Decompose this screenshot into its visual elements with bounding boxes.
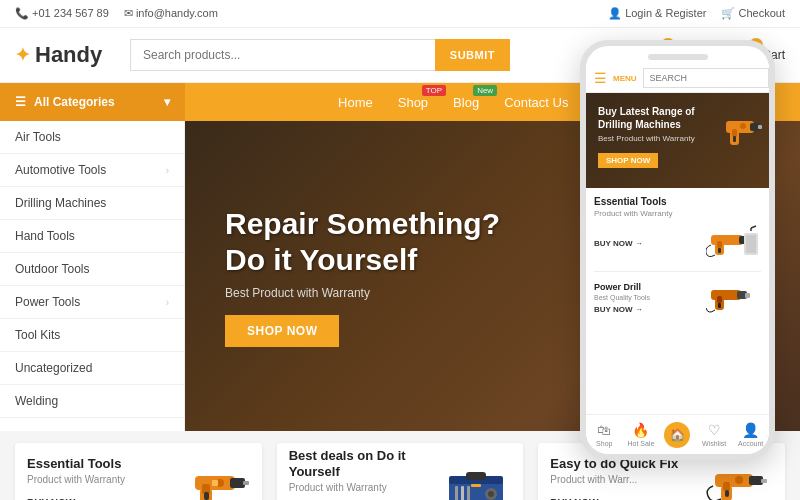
svg-rect-19 bbox=[204, 492, 209, 500]
nav-home[interactable]: Home bbox=[338, 95, 373, 110]
card-2-subtitle: Product with Warranty bbox=[289, 482, 432, 493]
sidebar-item-welding[interactable]: Welding bbox=[0, 385, 184, 418]
shop-icon: 🛍 bbox=[597, 422, 611, 438]
phone-section-2-subtitle: Best Quality Tools bbox=[594, 294, 650, 301]
svg-rect-31 bbox=[715, 474, 753, 487]
phone-product-image bbox=[706, 223, 761, 263]
svg-rect-42 bbox=[732, 129, 737, 137]
hot-sale-icon: 🔥 bbox=[632, 422, 649, 438]
phone-hero-subtitle: Best Product with Warranty bbox=[598, 134, 701, 143]
logo-text: Handy bbox=[35, 42, 102, 68]
card-1-text: Essential Tools Product with Warranty BU… bbox=[27, 456, 170, 500]
chevron-right-icon-2: › bbox=[166, 297, 169, 308]
account-icon: 👤 bbox=[742, 422, 759, 438]
phone-section-2-text: Power Drill Best Quality Tools BUY NOW → bbox=[594, 282, 650, 314]
svg-rect-21 bbox=[212, 480, 218, 486]
shop-now-button[interactable]: SHOP NOW bbox=[225, 315, 339, 347]
nav-shop[interactable]: Shop TOP bbox=[398, 95, 428, 110]
phone-notch bbox=[648, 54, 708, 60]
search-input[interactable] bbox=[130, 39, 435, 71]
card-1-image bbox=[180, 449, 250, 501]
sidebar: Air Tools Automotive Tools › Drilling Ma… bbox=[0, 121, 185, 431]
svg-rect-52 bbox=[746, 235, 756, 253]
phone-section: Essential Tools Product with Warranty BU… bbox=[586, 188, 769, 271]
card-2-image bbox=[441, 449, 511, 501]
sidebar-item-hand-tools[interactable]: Hand Tools bbox=[0, 220, 184, 253]
svg-rect-49 bbox=[717, 241, 722, 248]
svg-point-44 bbox=[740, 123, 746, 129]
home-icon: 🏠 bbox=[670, 428, 685, 442]
sidebar-item-tool-kits[interactable]: Tool Kits bbox=[0, 319, 184, 352]
phone-search-input[interactable] bbox=[643, 68, 769, 88]
svg-rect-15 bbox=[230, 478, 245, 488]
search-button[interactable]: SUBMIT bbox=[435, 39, 510, 71]
phone-shop-now-button[interactable]: SHOP NOW bbox=[598, 153, 658, 168]
phone-hero-image bbox=[718, 101, 763, 176]
phone-hero-text: Buy Latest Range of Drilling Machines Be… bbox=[598, 105, 701, 168]
phone-buy-2-button[interactable]: BUY NOW → bbox=[594, 305, 650, 314]
svg-rect-50 bbox=[718, 248, 721, 253]
svg-line-54 bbox=[751, 226, 756, 228]
blog-badge: New bbox=[473, 85, 497, 96]
logo-icon: ✦ bbox=[15, 44, 30, 66]
sidebar-item-drilling[interactable]: Drilling Machines bbox=[0, 187, 184, 220]
svg-rect-38 bbox=[726, 121, 754, 133]
home-icon-circle: 🏠 bbox=[664, 422, 690, 448]
card-3-subtitle: Product with Warr... bbox=[550, 474, 693, 485]
card-1-title: Essential Tools bbox=[27, 456, 170, 472]
phone-number: 📞 +01 234 567 89 bbox=[15, 7, 109, 20]
login-register-link[interactable]: 👤 Login & Register bbox=[608, 7, 706, 20]
sidebar-item-air-tools[interactable]: Air Tools bbox=[0, 121, 184, 154]
svg-rect-60 bbox=[718, 303, 721, 308]
svg-rect-33 bbox=[761, 479, 767, 483]
shop-badge: TOP bbox=[422, 85, 446, 96]
nav-blog[interactable]: Blog New bbox=[453, 95, 479, 110]
sidebar-item-automotive[interactable]: Automotive Tools › bbox=[0, 154, 184, 187]
hero-title: Repair Something? Do it Yourself bbox=[225, 206, 500, 278]
phone-buy-button[interactable]: BUY NOW → bbox=[594, 239, 643, 248]
wishlist-icon: ♡ bbox=[708, 422, 721, 438]
sidebar-item-outdoor[interactable]: Outdoor Tools bbox=[0, 253, 184, 286]
hamburger-icon: ☰ bbox=[15, 95, 26, 109]
top-bar-right: 👤 Login & Register 🛒 Checkout bbox=[608, 7, 785, 20]
phone-nav-hot-sale[interactable]: 🔥 Hot Sale bbox=[623, 415, 660, 454]
phone-section-2-title: Power Drill bbox=[594, 282, 650, 292]
card-2-text: Best deals on Do it Yourself Product wit… bbox=[289, 448, 432, 500]
logo[interactable]: ✦ Handy bbox=[15, 42, 115, 68]
phone-section-subtitle: Product with Warranty bbox=[594, 209, 761, 218]
all-categories-label: All Categories bbox=[34, 95, 115, 109]
svg-rect-24 bbox=[466, 472, 486, 480]
phone-hero-title: Buy Latest Range of Drilling Machines bbox=[598, 105, 701, 131]
phone-nav-shop[interactable]: 🛍 Shop bbox=[586, 415, 623, 454]
phone-menu-label: MENU bbox=[613, 74, 637, 83]
svg-rect-55 bbox=[711, 290, 741, 300]
nav-contact[interactable]: Contact Us bbox=[504, 95, 568, 110]
phone-hero: Buy Latest Range of Drilling Machines Be… bbox=[586, 93, 769, 188]
card-2-title: Best deals on Do it Yourself bbox=[289, 448, 432, 479]
svg-rect-43 bbox=[733, 136, 736, 142]
svg-rect-26 bbox=[455, 486, 458, 501]
svg-rect-27 bbox=[461, 486, 464, 501]
svg-rect-40 bbox=[758, 125, 762, 129]
card-1-subtitle: Product with Warranty bbox=[27, 474, 170, 485]
svg-rect-35 bbox=[723, 482, 730, 491]
svg-rect-36 bbox=[725, 490, 729, 497]
phone-product-2-image bbox=[706, 278, 761, 318]
phone-menu-icon[interactable]: ☰ bbox=[594, 70, 607, 86]
phone-section-2: Power Drill Best Quality Tools BUY NOW → bbox=[586, 272, 769, 326]
sidebar-item-power-tools[interactable]: Power Tools › bbox=[0, 286, 184, 319]
svg-point-37 bbox=[735, 476, 743, 484]
top-bar-left: 📞 +01 234 567 89 ✉ info@handy.com bbox=[15, 7, 218, 20]
phone-nav-wishlist[interactable]: ♡ Wishlist bbox=[696, 415, 733, 454]
phone-screen: ☰ MENU 🔍 🛒 0 Buy Latest Range of Drillin… bbox=[586, 46, 769, 454]
svg-rect-45 bbox=[711, 235, 743, 245]
phone-bottom-nav: 🛍 Shop 🔥 Hot Sale 🏠 ♡ Wishlist 👤 Account bbox=[586, 414, 769, 454]
svg-rect-16 bbox=[243, 481, 249, 485]
sidebar-item-uncategorized[interactable]: Uncategorized bbox=[0, 352, 184, 385]
all-categories-button[interactable]: ☰ All Categories ▾ bbox=[0, 83, 185, 121]
phone-header: ☰ MENU 🔍 🛒 0 bbox=[586, 64, 769, 93]
checkout-link[interactable]: 🛒 Checkout bbox=[721, 7, 785, 20]
phone-mockup: ☰ MENU 🔍 🛒 0 Buy Latest Range of Drillin… bbox=[580, 40, 775, 460]
phone-nav-home[interactable]: 🏠 bbox=[659, 415, 696, 454]
phone-nav-account[interactable]: 👤 Account bbox=[732, 415, 769, 454]
